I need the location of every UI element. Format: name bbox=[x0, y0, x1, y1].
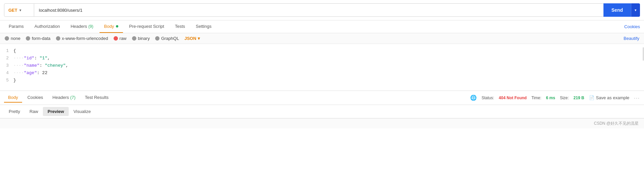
tab-body[interactable]: Body bbox=[100, 20, 123, 33]
resp-body-tab-preview[interactable]: Preview bbox=[43, 107, 69, 116]
radio-raw-dot bbox=[114, 36, 118, 41]
status-area: 🌐 Status: 404 Not Found Time: 6 ms Size:… bbox=[470, 95, 640, 101]
send-btn-group: Send ▾ bbox=[603, 3, 640, 17]
scroll-indicator[interactable] bbox=[643, 47, 644, 61]
body-type-bar: none form-data x-www-form-urlencoded raw… bbox=[0, 33, 644, 44]
response-body-tabs: Pretty Raw Preview Visualize bbox=[0, 105, 644, 118]
radio-binary[interactable]: binary bbox=[132, 36, 150, 41]
send-button[interactable]: Send bbox=[603, 3, 631, 17]
request-tabs: Params Authorization Headers (9) Body Pr… bbox=[0, 20, 644, 33]
send-dropdown-button[interactable]: ▾ bbox=[631, 3, 640, 17]
radio-graphql-dot bbox=[155, 36, 159, 41]
url-bar: GET ▾ Send ▾ bbox=[0, 0, 644, 20]
footer: CSDN @好久不见的流星 bbox=[0, 118, 644, 128]
radio-binary-dot bbox=[132, 36, 136, 41]
tab-headers[interactable]: Headers (9) bbox=[66, 20, 98, 33]
resp-tab-test-results[interactable]: Test Results bbox=[81, 93, 113, 103]
more-options-button[interactable]: ··· bbox=[634, 95, 640, 101]
method-chevron: ▾ bbox=[19, 8, 21, 12]
status-code: 404 Not Found bbox=[499, 96, 527, 100]
radio-graphql[interactable]: GraphQL bbox=[155, 36, 179, 41]
method-select[interactable]: GET ▾ bbox=[4, 3, 34, 17]
line-numbers: 1 2 3 4 5 bbox=[0, 47, 13, 87]
size-value: 219 B bbox=[574, 96, 584, 100]
status-label: Status: bbox=[481, 96, 494, 100]
size-label: Size: bbox=[560, 96, 569, 100]
radio-none-dot bbox=[5, 36, 9, 41]
time-label: Time: bbox=[531, 96, 541, 100]
body-dot bbox=[116, 25, 118, 27]
method-label: GET bbox=[8, 8, 17, 13]
resp-headers-badge: (7) bbox=[70, 95, 75, 100]
time-value: 6 ms bbox=[546, 96, 555, 100]
code-line-1: { bbox=[13, 47, 637, 55]
json-format-dropdown[interactable]: JSON ▾ bbox=[184, 36, 200, 41]
tab-authorization[interactable]: Authorization bbox=[30, 20, 65, 33]
tab-pre-request[interactable]: Pre-request Script bbox=[124, 20, 169, 33]
headers-badge: (9) bbox=[88, 24, 93, 29]
globe-icon: 🌐 bbox=[470, 95, 477, 101]
code-line-2: ····"id": "1", bbox=[13, 55, 637, 62]
code-line-4: ····"age": 22 bbox=[13, 69, 637, 77]
radio-urlencoded[interactable]: x-www-form-urlencoded bbox=[56, 36, 108, 41]
code-line-5: } bbox=[13, 77, 637, 84]
resp-tab-headers[interactable]: Headers (7) bbox=[49, 93, 80, 103]
radio-form-data-dot bbox=[26, 36, 30, 41]
save-icon: 📄 bbox=[589, 95, 594, 100]
save-as-example-button[interactable]: 📄 Save as example bbox=[589, 95, 630, 100]
response-bar: Body Cookies Headers (7) Test Results 🌐 … bbox=[0, 91, 644, 105]
resp-body-tab-visualize[interactable]: Visualize bbox=[69, 107, 95, 116]
radio-urlencoded-dot bbox=[56, 36, 60, 41]
tab-tests[interactable]: Tests bbox=[170, 20, 190, 33]
radio-raw[interactable]: raw bbox=[114, 36, 127, 41]
url-input[interactable] bbox=[34, 3, 603, 17]
footer-credit: CSDN @好久不见的流星 bbox=[594, 121, 639, 126]
resp-body-tab-raw[interactable]: Raw bbox=[25, 107, 43, 116]
beautify-button[interactable]: Beautify bbox=[624, 36, 639, 41]
code-content[interactable]: { ····"id": "1", ····"name": "cheney", ·… bbox=[13, 47, 644, 87]
tab-params[interactable]: Params bbox=[4, 20, 28, 33]
radio-none[interactable]: none bbox=[5, 36, 20, 41]
tab-settings[interactable]: Settings bbox=[191, 20, 216, 33]
resp-tab-body[interactable]: Body bbox=[4, 93, 22, 103]
code-editor[interactable]: 1 2 3 4 5 { ····"id": "1", ····"name": "… bbox=[0, 44, 644, 91]
resp-tab-cookies[interactable]: Cookies bbox=[23, 93, 47, 103]
code-line-3: ····"name": "cheney", bbox=[13, 62, 637, 69]
cookies-link[interactable]: Cookies bbox=[624, 21, 640, 33]
resp-body-tab-pretty[interactable]: Pretty bbox=[4, 107, 25, 116]
radio-form-data[interactable]: form-data bbox=[26, 36, 51, 41]
